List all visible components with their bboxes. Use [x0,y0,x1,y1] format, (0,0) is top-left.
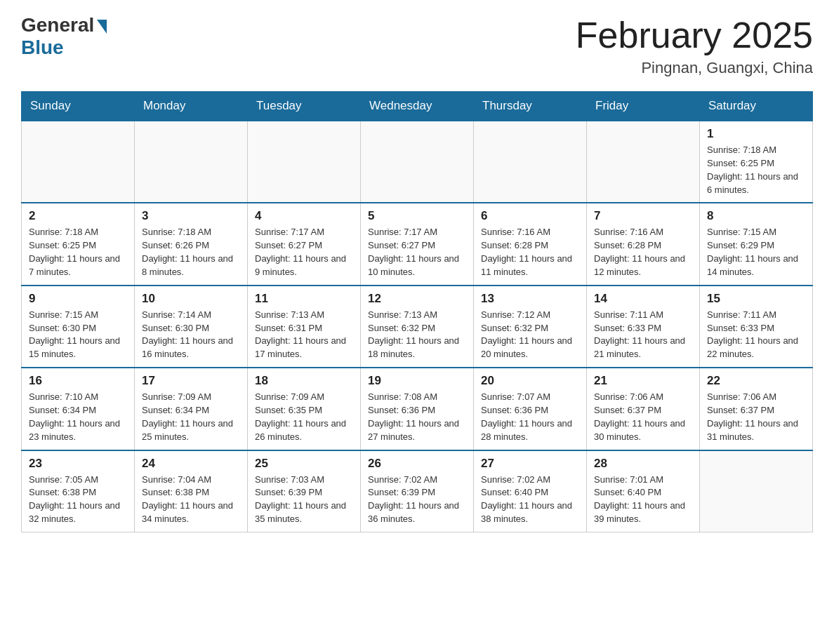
day-info: Sunrise: 7:08 AMSunset: 6:36 PMDaylight:… [368,391,466,443]
calendar-cell: 13Sunrise: 7:12 AMSunset: 6:32 PMDayligh… [474,286,587,368]
day-info: Sunrise: 7:18 AMSunset: 6:25 PMDaylight:… [29,226,127,279]
calendar-cell: 5Sunrise: 7:17 AMSunset: 6:27 PMDaylight… [361,203,474,285]
day-number: 17 [142,374,240,388]
logo-general-text: General [21,14,94,36]
calendar-cell: 25Sunrise: 7:03 AMSunset: 6:39 PMDayligh… [248,450,361,532]
day-info: Sunrise: 7:09 AMSunset: 6:34 PMDaylight:… [142,391,240,443]
day-info: Sunrise: 7:13 AMSunset: 6:31 PMDaylight:… [255,309,353,361]
day-number: 12 [368,292,466,306]
day-info: Sunrise: 7:18 AMSunset: 6:25 PMDaylight:… [707,144,805,196]
weekday-header-thursday: Thursday [474,92,587,121]
calendar-cell: 12Sunrise: 7:13 AMSunset: 6:32 PMDayligh… [361,286,474,368]
day-info: Sunrise: 7:17 AMSunset: 6:27 PMDaylight:… [255,226,353,279]
day-number: 5 [368,209,466,223]
week-row-3: 9Sunrise: 7:15 AMSunset: 6:30 PMDaylight… [22,286,813,368]
day-info: Sunrise: 7:16 AMSunset: 6:28 PMDaylight:… [594,226,692,279]
calendar-cell: 22Sunrise: 7:06 AMSunset: 6:37 PMDayligh… [700,368,813,450]
day-info: Sunrise: 7:02 AMSunset: 6:40 PMDaylight:… [481,474,579,526]
logo-top: General [21,14,107,36]
day-info: Sunrise: 7:14 AMSunset: 6:30 PMDaylight:… [142,309,240,361]
calendar-cell: 10Sunrise: 7:14 AMSunset: 6:30 PMDayligh… [135,286,248,368]
calendar-cell [361,121,474,203]
logo-blue-text: Blue [21,36,64,59]
day-number: 10 [142,292,240,306]
logo-arrow-icon [97,20,107,34]
day-info: Sunrise: 7:18 AMSunset: 6:26 PMDaylight:… [142,226,240,279]
calendar-cell: 18Sunrise: 7:09 AMSunset: 6:35 PMDayligh… [248,368,361,450]
day-info: Sunrise: 7:15 AMSunset: 6:30 PMDaylight:… [29,309,127,361]
day-info: Sunrise: 7:11 AMSunset: 6:33 PMDaylight:… [594,309,692,361]
calendar-cell [587,121,700,203]
day-number: 18 [255,374,353,388]
calendar-cell: 4Sunrise: 7:17 AMSunset: 6:27 PMDaylight… [248,203,361,285]
day-number: 25 [255,457,353,471]
day-number: 13 [481,292,579,306]
week-row-4: 16Sunrise: 7:10 AMSunset: 6:34 PMDayligh… [22,368,813,450]
day-number: 22 [707,374,805,388]
day-info: Sunrise: 7:10 AMSunset: 6:34 PMDaylight:… [29,391,127,443]
day-number: 16 [29,374,127,388]
day-number: 2 [29,209,127,223]
day-info: Sunrise: 7:02 AMSunset: 6:39 PMDaylight:… [368,474,466,526]
calendar-cell: 28Sunrise: 7:01 AMSunset: 6:40 PMDayligh… [587,450,700,532]
calendar-cell: 27Sunrise: 7:02 AMSunset: 6:40 PMDayligh… [474,450,587,532]
weekday-header-sunday: Sunday [22,92,135,121]
day-number: 1 [707,127,805,141]
weekday-header-wednesday: Wednesday [361,92,474,121]
calendar-cell: 2Sunrise: 7:18 AMSunset: 6:25 PMDaylight… [22,203,135,285]
calendar-cell: 20Sunrise: 7:07 AMSunset: 6:36 PMDayligh… [474,368,587,450]
calendar-cell: 24Sunrise: 7:04 AMSunset: 6:38 PMDayligh… [135,450,248,532]
day-number: 3 [142,209,240,223]
day-number: 15 [707,292,805,306]
calendar-cell: 14Sunrise: 7:11 AMSunset: 6:33 PMDayligh… [587,286,700,368]
day-info: Sunrise: 7:01 AMSunset: 6:40 PMDaylight:… [594,474,692,526]
calendar-cell [22,121,135,203]
day-number: 19 [368,374,466,388]
calendar-table: SundayMondayTuesdayWednesdayThursdayFrid… [21,91,813,532]
calendar-cell [700,450,813,532]
calendar-cell: 21Sunrise: 7:06 AMSunset: 6:37 PMDayligh… [587,368,700,450]
day-number: 27 [481,457,579,471]
weekday-header-monday: Monday [135,92,248,121]
day-info: Sunrise: 7:12 AMSunset: 6:32 PMDaylight:… [481,309,579,361]
day-info: Sunrise: 7:09 AMSunset: 6:35 PMDaylight:… [255,391,353,443]
calendar-cell: 1Sunrise: 7:18 AMSunset: 6:25 PMDaylight… [700,121,813,203]
week-row-1: 1Sunrise: 7:18 AMSunset: 6:25 PMDaylight… [22,121,813,203]
day-number: 23 [29,457,127,471]
calendar-cell: 15Sunrise: 7:11 AMSunset: 6:33 PMDayligh… [700,286,813,368]
calendar-cell: 3Sunrise: 7:18 AMSunset: 6:26 PMDaylight… [135,203,248,285]
location-text: Pingnan, Guangxi, China [576,59,813,77]
weekday-header-friday: Friday [587,92,700,121]
day-info: Sunrise: 7:04 AMSunset: 6:38 PMDaylight:… [142,474,240,526]
week-row-2: 2Sunrise: 7:18 AMSunset: 6:25 PMDaylight… [22,203,813,285]
day-number: 8 [707,209,805,223]
logo: General Blue [21,14,107,59]
weekday-header-tuesday: Tuesday [248,92,361,121]
day-number: 6 [481,209,579,223]
calendar-cell: 17Sunrise: 7:09 AMSunset: 6:34 PMDayligh… [135,368,248,450]
calendar-cell: 19Sunrise: 7:08 AMSunset: 6:36 PMDayligh… [361,368,474,450]
page-header: General Blue February 2025 Pingnan, Guan… [21,14,813,77]
calendar-cell [248,121,361,203]
day-info: Sunrise: 7:17 AMSunset: 6:27 PMDaylight:… [368,226,466,279]
day-number: 9 [29,292,127,306]
day-number: 21 [594,374,692,388]
calendar-cell: 23Sunrise: 7:05 AMSunset: 6:38 PMDayligh… [22,450,135,532]
day-number: 4 [255,209,353,223]
day-info: Sunrise: 7:16 AMSunset: 6:28 PMDaylight:… [481,226,579,279]
weekday-header-saturday: Saturday [700,92,813,121]
calendar-cell: 8Sunrise: 7:15 AMSunset: 6:29 PMDaylight… [700,203,813,285]
day-info: Sunrise: 7:15 AMSunset: 6:29 PMDaylight:… [707,226,805,279]
calendar-cell: 11Sunrise: 7:13 AMSunset: 6:31 PMDayligh… [248,286,361,368]
calendar-cell [135,121,248,203]
day-info: Sunrise: 7:03 AMSunset: 6:39 PMDaylight:… [255,474,353,526]
day-number: 7 [594,209,692,223]
calendar-cell: 26Sunrise: 7:02 AMSunset: 6:39 PMDayligh… [361,450,474,532]
day-info: Sunrise: 7:06 AMSunset: 6:37 PMDaylight:… [594,391,692,443]
day-number: 26 [368,457,466,471]
day-info: Sunrise: 7:05 AMSunset: 6:38 PMDaylight:… [29,474,127,526]
calendar-cell: 16Sunrise: 7:10 AMSunset: 6:34 PMDayligh… [22,368,135,450]
title-section: February 2025 Pingnan, Guangxi, China [576,14,813,77]
day-number: 20 [481,374,579,388]
week-row-5: 23Sunrise: 7:05 AMSunset: 6:38 PMDayligh… [22,450,813,532]
